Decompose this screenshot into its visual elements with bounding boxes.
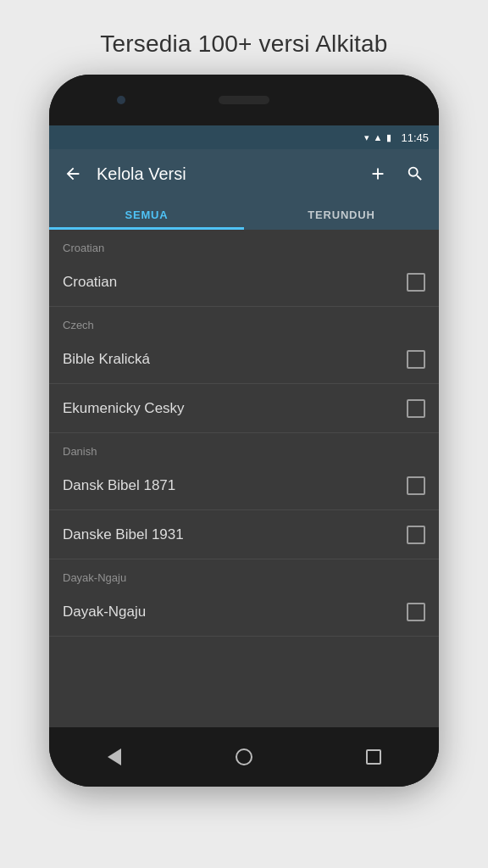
checkbox-ekumenicky[interactable] [407, 399, 425, 418]
toolbar: Kelola Versi [49, 149, 439, 198]
checkbox-bible-kralicka[interactable] [407, 350, 425, 369]
item-label-ekumenicky: Ekumenicky Cesky [63, 400, 407, 417]
list-area: Croatian Croatian Czech Bible Kralická E… [49, 230, 439, 727]
section-header-danish: Danish [49, 433, 439, 461]
screen: ▾ ▲ ▮ 11:45 Kelola Versi [49, 125, 439, 727]
list-item[interactable]: Dayak-Ngaju [49, 587, 439, 637]
checkbox-dayak-ngaju[interactable] [407, 603, 425, 621]
phone-bottom-bezel [49, 727, 439, 787]
tab-semua[interactable]: SEMUA [49, 198, 244, 230]
status-time: 11:45 [401, 131, 429, 144]
toolbar-title: Kelola Versi [90, 164, 361, 184]
page-outer-title: Tersedia 100+ versi Alkitab [0, 0, 488, 75]
nav-recents-button[interactable] [355, 738, 392, 776]
list-item[interactable]: Croatian [49, 258, 439, 307]
checkbox-danske-1931[interactable] [407, 526, 425, 544]
nav-home-button[interactable] [225, 738, 263, 776]
list-item[interactable]: Ekumenicky Cesky [49, 384, 439, 433]
nav-home-icon [236, 748, 252, 765]
section-header-croatian: Croatian [49, 230, 439, 258]
phone-frame: ▾ ▲ ▮ 11:45 Kelola Versi [49, 75, 439, 787]
phone-wrapper: Tersedia 100+ versi Alkitab ▾ ▲ ▮ 11:45 [0, 0, 488, 868]
item-label-dansk-1871: Dansk Bibel 1871 [63, 477, 407, 494]
list-item[interactable]: Danske Bibel 1931 [49, 510, 439, 559]
phone-speaker [219, 96, 269, 104]
checkbox-croatian[interactable] [407, 273, 425, 292]
battery-icon: ▮ [386, 132, 391, 143]
phone-camera [117, 96, 125, 104]
phone-top-bezel [49, 75, 439, 125]
signal-icon: ▲ [374, 132, 383, 142]
nav-back-icon [108, 748, 121, 765]
section-header-dayak: Dayak-Ngaju [49, 559, 439, 587]
item-label-dayak-ngaju: Dayak-Ngaju [63, 604, 407, 620]
status-icons: ▾ ▲ ▮ 11:45 [364, 131, 429, 144]
status-bar: ▾ ▲ ▮ 11:45 [49, 125, 439, 149]
list-item[interactable]: Bible Kralická [49, 335, 439, 384]
checkbox-dansk-1871[interactable] [407, 476, 425, 495]
item-label-croatian: Croatian [63, 274, 407, 291]
item-label-bible-kralicka: Bible Kralická [63, 351, 407, 368]
nav-recents-icon [366, 749, 381, 765]
tab-terunduh[interactable]: TERUNDUH [244, 198, 439, 230]
toolbar-actions [361, 157, 432, 191]
section-header-czech: Czech [49, 307, 439, 335]
item-label-danske-1931: Danske Bibel 1931 [63, 526, 407, 543]
nav-back-button[interactable] [96, 738, 133, 776]
wifi-icon: ▾ [364, 132, 369, 143]
back-button[interactable] [56, 157, 90, 191]
list-item[interactable]: Dansk Bibel 1871 [49, 461, 439, 510]
tabs: SEMUA TERUNDUH [49, 198, 439, 230]
search-button[interactable] [398, 157, 432, 191]
add-button[interactable] [361, 157, 395, 191]
